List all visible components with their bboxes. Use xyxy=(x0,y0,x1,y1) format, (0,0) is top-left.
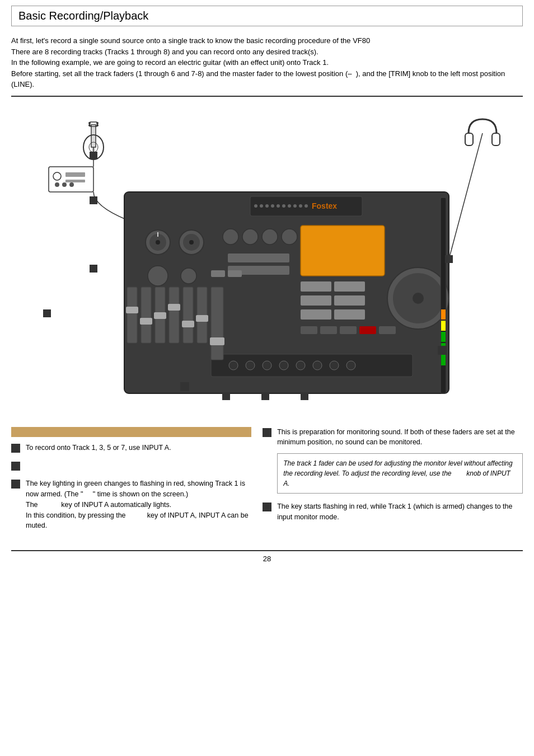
svg-point-29 xyxy=(282,204,285,208)
step-1-text: To record onto Track 1, 3, 5 or 7, use I… xyxy=(26,443,171,453)
svg-rect-68 xyxy=(441,309,446,320)
svg-point-39 xyxy=(156,240,160,245)
svg-point-46 xyxy=(262,229,278,245)
svg-rect-3 xyxy=(90,122,97,126)
svg-rect-83 xyxy=(127,287,137,343)
title-box: Basic Recording/Playback xyxy=(11,6,523,26)
svg-point-31 xyxy=(293,204,297,208)
step-r1-text: This is preparation for monitoring sound… xyxy=(277,427,523,494)
svg-rect-93 xyxy=(182,321,194,327)
svg-text:Fostex: Fostex xyxy=(312,201,337,210)
svg-rect-55 xyxy=(334,281,365,292)
svg-rect-86 xyxy=(169,287,179,343)
svg-point-28 xyxy=(277,204,280,208)
svg-point-76 xyxy=(246,361,255,370)
svg-rect-18 xyxy=(90,152,97,159)
step-2-marker xyxy=(11,462,20,471)
svg-rect-36 xyxy=(301,226,385,276)
svg-rect-56 xyxy=(301,295,331,306)
step-1-marker xyxy=(11,444,20,453)
svg-rect-84 xyxy=(141,287,151,343)
step-2 xyxy=(11,461,251,471)
svg-point-78 xyxy=(279,361,288,370)
svg-point-26 xyxy=(265,204,269,208)
svg-point-24 xyxy=(254,204,257,208)
svg-rect-87 xyxy=(183,287,193,343)
divider xyxy=(11,96,523,97)
svg-point-33 xyxy=(305,204,308,208)
svg-point-4 xyxy=(88,122,91,124)
svg-rect-90 xyxy=(140,318,152,325)
svg-rect-105 xyxy=(445,255,453,263)
svg-rect-72 xyxy=(359,326,376,334)
step-3: The key lighting in green changes to fla… xyxy=(11,478,251,531)
step-r2: The key starts flashing in red, while Tr… xyxy=(263,501,523,523)
svg-point-82 xyxy=(346,361,355,370)
svg-point-7 xyxy=(96,124,99,126)
svg-point-12 xyxy=(53,172,61,180)
svg-rect-100 xyxy=(301,392,308,400)
svg-rect-89 xyxy=(126,307,138,313)
svg-rect-97 xyxy=(180,382,189,391)
svg-point-80 xyxy=(313,361,322,370)
svg-point-79 xyxy=(296,361,305,370)
page-title: Basic Recording/Playback xyxy=(18,10,148,22)
svg-rect-57 xyxy=(334,295,365,306)
svg-point-62 xyxy=(413,293,424,304)
svg-rect-94 xyxy=(196,315,208,322)
svg-rect-21 xyxy=(43,309,51,317)
svg-point-15 xyxy=(55,182,59,187)
svg-point-32 xyxy=(299,204,302,208)
step-r1-marker xyxy=(263,428,271,437)
svg-line-104 xyxy=(449,133,483,259)
svg-rect-13 xyxy=(65,172,85,177)
step-1: To record onto Track 1, 3, 5 or 7, use I… xyxy=(11,443,251,453)
left-column: To record onto Track 1, 3, 5 or 7, use I… xyxy=(11,427,251,539)
svg-point-17 xyxy=(69,182,74,187)
svg-rect-20 xyxy=(90,265,97,273)
svg-point-43 xyxy=(189,240,194,245)
svg-rect-58 xyxy=(301,309,331,320)
svg-point-44 xyxy=(223,229,238,245)
svg-rect-59 xyxy=(334,309,365,320)
page-footer: 28 xyxy=(11,550,523,563)
right-column: This is preparation for monitoring sound… xyxy=(263,427,523,539)
svg-rect-101 xyxy=(438,346,447,355)
step-r2-text: The key starts flashing in red, while Tr… xyxy=(277,501,523,523)
left-header-bar xyxy=(11,427,251,437)
svg-point-16 xyxy=(62,182,67,187)
page-wrapper: Basic Recording/Playback At first, let's… xyxy=(0,0,534,756)
step-r1: This is preparation for monitoring sound… xyxy=(263,427,523,494)
device-diagram: Fostex VF80 xyxy=(15,102,519,416)
diagram-section: Fostex VF80 xyxy=(11,102,523,416)
svg-rect-52 xyxy=(211,270,225,277)
svg-point-6 xyxy=(96,122,99,124)
svg-point-25 xyxy=(260,204,263,208)
svg-point-30 xyxy=(288,204,291,208)
svg-rect-67 xyxy=(441,321,446,331)
svg-rect-74 xyxy=(211,354,413,377)
svg-rect-92 xyxy=(168,304,180,311)
svg-rect-69 xyxy=(301,326,317,334)
step-3-text: The key lighting in green changes to fla… xyxy=(26,478,251,531)
svg-rect-19 xyxy=(90,196,97,204)
svg-rect-53 xyxy=(228,270,242,277)
svg-rect-73 xyxy=(379,326,396,334)
svg-rect-14 xyxy=(65,180,85,182)
svg-rect-102 xyxy=(465,133,473,145)
svg-point-47 xyxy=(282,229,297,245)
step-r2-marker xyxy=(263,503,271,511)
svg-rect-64 xyxy=(441,354,446,365)
svg-point-50 xyxy=(148,266,168,286)
svg-rect-66 xyxy=(441,332,446,342)
svg-point-75 xyxy=(229,361,238,370)
svg-rect-95 xyxy=(211,287,223,360)
svg-point-5 xyxy=(88,124,91,126)
step-3-marker xyxy=(11,480,20,489)
svg-rect-48 xyxy=(228,253,289,262)
page-number: 28 xyxy=(263,555,271,563)
svg-rect-96 xyxy=(210,337,224,345)
intro-text: At first, let's record a single sound so… xyxy=(11,35,523,90)
svg-point-77 xyxy=(263,361,271,370)
svg-point-81 xyxy=(330,361,339,370)
